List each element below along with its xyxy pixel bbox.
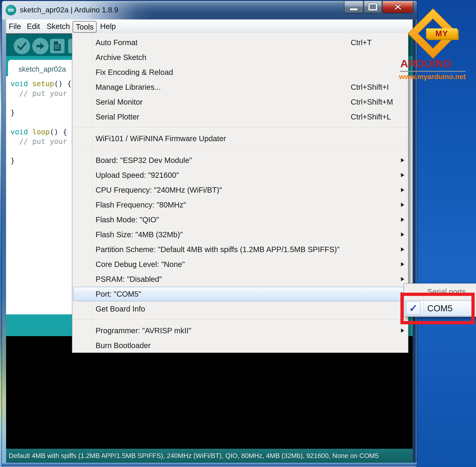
menubar: FileEditSketchToolsHelp (6, 19, 413, 34)
menu-item-manage-libraries[interactable]: Manage Libraries...Ctrl+Shift+I (72, 80, 408, 94)
menu-item-label: Flash Frequency: "80MHz" (96, 197, 186, 212)
submenu-arrow-icon (401, 218, 404, 222)
menu-item-cpu-frequency[interactable]: CPU Frequency: "240MHz (WiFi/BT)" (72, 182, 408, 197)
window-border-left (2, 19, 6, 463)
menu-item-label: PSRAM: "Disabled" (96, 272, 162, 286)
menu-item-flash-mode[interactable]: Flash Mode: "QIO" (72, 212, 408, 227)
upload-button[interactable] (32, 38, 49, 54)
menu-item-label: Manage Libraries... (96, 80, 161, 94)
close-icon (394, 3, 402, 11)
menu-item-port[interactable]: Port: "COM5" (72, 286, 408, 301)
menu-separator (72, 316, 408, 323)
maximize-button[interactable] (364, 1, 382, 13)
menu-item-board[interactable]: Board: "ESP32 Dev Module" (72, 153, 408, 168)
menubar-item-help[interactable]: Help (98, 21, 118, 32)
menu-item-get-board-info[interactable]: Get Board Info (72, 301, 408, 316)
submenu-arrow-icon (401, 173, 404, 177)
menu-item-label: Serial Monitor (96, 94, 143, 109)
menu-item-shortcut: Ctrl+T (351, 35, 372, 50)
maximize-icon (368, 3, 377, 11)
logo-underline (400, 71, 465, 72)
check-icon (17, 42, 27, 50)
right-arrow-icon (36, 42, 45, 50)
submenu-arrow-icon (401, 233, 404, 237)
menu-item-label: Partition Scheme: "Default 4MB with spif… (96, 242, 339, 257)
menu-item-shortcut: Ctrl+Shift+L (351, 109, 391, 124)
menu-item-auto-format[interactable]: Auto FormatCtrl+T (72, 35, 408, 50)
submenu-arrow-icon (401, 247, 404, 251)
titlebar: ∞ sketch_apr02a | Arduino 1.8.9 (2, 1, 417, 19)
submenu-arrow-icon (401, 158, 404, 162)
tab-label: sketch_apr02a (18, 65, 66, 73)
menu-item-label: Get Board Info (96, 301, 145, 316)
menu-item-burn-bootloader[interactable]: Burn Bootloader (72, 338, 408, 353)
menu-item-label: Fix Encoding & Reload (96, 65, 173, 80)
menubar-item-edit[interactable]: Edit (24, 21, 43, 32)
menu-item-label: Flash Mode: "QIO" (96, 212, 159, 227)
new-sketch-button[interactable] (50, 39, 64, 53)
tab-sketch-apr02a[interactable]: sketch_apr02a (8, 60, 75, 79)
menu-item-flash-size[interactable]: Flash Size: "4MB (32Mb)" (72, 227, 408, 242)
tools-dropdown-menu: Auto FormatCtrl+TArchive SketchFix Encod… (72, 33, 408, 353)
logo-url-text: www.myarduino.net (399, 73, 466, 80)
arduino-app-icon: ∞ (6, 5, 16, 15)
logo-arduino-text: ARDUINO (400, 58, 466, 69)
menu-item-label: Serial Plotter (96, 109, 139, 124)
menu-item-label: CPU Frequency: "240MHz (WiFi/BT)" (96, 182, 222, 197)
menu-item-label: Archive Sketch (96, 50, 146, 65)
menu-item-label: Port: "COM5" (96, 286, 141, 301)
submenu-arrow-icon (401, 277, 404, 281)
console-output (6, 336, 413, 449)
submenu-arrow-icon (401, 203, 404, 207)
submenu-arrow-icon (401, 328, 404, 333)
menubar-item-sketch[interactable]: Sketch (44, 21, 73, 32)
status-bar: Default 4MB with spiffs (1.2MB APP/1.5MB… (6, 449, 413, 463)
menu-item-label: Flash Size: "4MB (32Mb)" (96, 227, 183, 242)
menu-item-label: Board: "ESP32 Dev Module" (96, 153, 192, 168)
menu-item-flash-frequency[interactable]: Flash Frequency: "80MHz" (72, 197, 408, 212)
minimize-icon (350, 8, 358, 11)
infinity-icon: ∞ (8, 6, 14, 14)
red-highlight-annotation (401, 293, 475, 324)
menu-item-wifi101-wifinina-firmware-updater[interactable]: WiFi101 / WiFiNINA Firmware Updater (72, 131, 408, 146)
menu-item-label: Auto Format (96, 35, 138, 50)
menu-separator (72, 124, 408, 131)
minimize-button[interactable] (344, 1, 363, 13)
menu-item-label: Upload Speed: "921600" (96, 168, 179, 182)
window-title: sketch_apr02a | Arduino 1.8.9 (20, 1, 118, 19)
window-border-right (413, 19, 417, 463)
menu-item-serial-plotter[interactable]: Serial PlotterCtrl+Shift+L (72, 109, 408, 124)
menu-separator (72, 146, 408, 153)
menu-item-label: Burn Bootloader (96, 338, 150, 353)
logo-my-badge: MY (426, 28, 457, 39)
window-border-bottom (2, 463, 417, 467)
menu-item-shortcut: Ctrl+Shift+M (351, 94, 393, 109)
menubar-item-tools[interactable]: Tools (73, 21, 97, 33)
status-text: Default 4MB with spiffs (1.2MB APP/1.5MB… (9, 449, 378, 463)
menu-item-archive-sketch[interactable]: Archive Sketch (72, 50, 408, 65)
menu-item-shortcut: Ctrl+Shift+I (351, 80, 389, 94)
menu-item-programmer[interactable]: Programmer: "AVRISP mkII" (72, 323, 408, 338)
verify-button[interactable] (14, 38, 30, 54)
menu-item-psram[interactable]: PSRAM: "Disabled" (72, 272, 408, 286)
menubar-item-file[interactable]: File (6, 21, 24, 32)
document-icon (53, 41, 62, 51)
menu-item-label: Programmer: "AVRISP mkII" (96, 323, 191, 338)
submenu-arrow-icon (401, 188, 404, 192)
menu-rows: Auto FormatCtrl+TArchive SketchFix Encod… (72, 35, 408, 353)
menu-item-label: WiFi101 / WiFiNINA Firmware Updater (96, 131, 226, 146)
menu-item-upload-speed[interactable]: Upload Speed: "921600" (72, 168, 408, 182)
screenshot-root: ∞ sketch_apr02a | Arduino 1.8.9 FileEdit… (0, 0, 476, 467)
menu-item-partition-scheme[interactable]: Partition Scheme: "Default 4MB with spif… (72, 242, 408, 257)
menu-item-label: Core Debug Level: "None" (96, 257, 185, 272)
menu-item-serial-monitor[interactable]: Serial MonitorCtrl+Shift+M (72, 94, 408, 109)
menu-item-fix-encoding-reload[interactable]: Fix Encoding & Reload (72, 65, 408, 80)
submenu-arrow-icon (401, 262, 404, 266)
menu-item-core-debug-level[interactable]: Core Debug Level: "None" (72, 257, 408, 272)
